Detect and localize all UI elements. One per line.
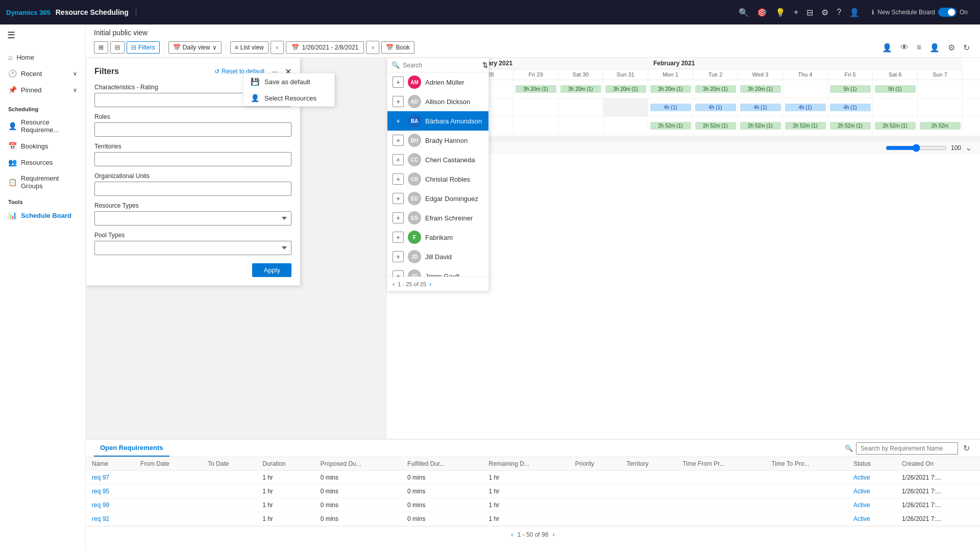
entry-cell[interactable]: 2h 52m (1) (873, 117, 918, 135)
booking-pill[interactable]: 5h (1) (875, 85, 916, 93)
eye-button[interactable]: 👁 (898, 42, 911, 53)
daily-view-button[interactable]: 📅 Daily view ∨ (168, 41, 222, 54)
date-range-button[interactable]: 📅 1/26/2021 - 2/8/2021 (286, 41, 364, 54)
refresh-button[interactable]: ↻ (961, 42, 972, 54)
profile-icon[interactable]: 👤 (849, 8, 860, 17)
refresh-req-button[interactable]: ↻ (961, 442, 972, 454)
booking-pill[interactable]: 4h (1) (695, 104, 736, 111)
booking-pill[interactable]: 3h 20m (1) (560, 85, 601, 93)
sidebar-item-bookings[interactable]: 📅 Bookings (0, 138, 85, 154)
list-item[interactable]: + AM Adrien Müller (387, 72, 488, 92)
add-person-button[interactable]: + (393, 232, 404, 243)
pool-types-select[interactable] (94, 241, 291, 255)
req-link[interactable]: req 99 (92, 502, 109, 509)
add-person-button[interactable]: + (393, 96, 404, 107)
add-icon[interactable]: + (794, 8, 798, 17)
entry-cell[interactable]: 5h (1) (828, 80, 873, 98)
expand-requirements-button[interactable]: ⌄ (965, 143, 972, 153)
entry-cell[interactable]: 3h 20m (1) (648, 80, 693, 98)
add-person-button[interactable]: + (393, 135, 404, 146)
booking-pill[interactable]: 2h 52m (1) (785, 122, 826, 130)
entry-cell[interactable]: 4h (1) (648, 98, 693, 116)
booking-pill[interactable]: 2h 52m (920, 122, 961, 130)
sidebar-item-home[interactable]: ⌂ Home (0, 49, 85, 65)
status-badge[interactable]: Active (853, 488, 870, 495)
list-view-button[interactable]: ≡ List view (230, 41, 268, 54)
status-badge[interactable]: Active (853, 515, 870, 522)
filters-button[interactable]: ⊟ Filters (127, 41, 160, 54)
booking-pill[interactable]: 2h 52m (1) (875, 122, 916, 130)
entry-cell[interactable]: 4h (1) (828, 98, 873, 116)
add-person-button[interactable]: + (393, 115, 404, 127)
entry-cell[interactable]: 3h 20m (1) (738, 80, 783, 98)
entry-cell[interactable]: 3h 20m (1) (693, 80, 738, 98)
sidebar-item-schedule-board[interactable]: 📊 Schedule Board (0, 207, 85, 223)
list-item[interactable]: + F Fabrikam (387, 228, 488, 247)
list-item[interactable]: + CC Cheri Castaneda (387, 150, 488, 169)
tab-open-requirements[interactable]: Open Requirements (94, 440, 169, 457)
add-person-button[interactable]: + (393, 212, 404, 223)
sidebar-item-recent[interactable]: 🕐 Recent ∨ (0, 65, 85, 82)
entry-cell[interactable]: 2h 52m (1) (693, 117, 738, 135)
next-page-button[interactable]: › (429, 280, 431, 288)
sidebar-item-req-groups[interactable]: 📋 Requirement Groups (0, 170, 85, 194)
requirements-search-input[interactable] (856, 442, 958, 455)
status-badge[interactable]: Active (853, 502, 870, 509)
lightbulb-icon[interactable]: 💡 (775, 8, 786, 17)
entry-cell[interactable]: 4h (1) (738, 98, 783, 116)
sidebar-item-resources[interactable]: 👥 Resources (0, 154, 85, 170)
filter-icon[interactable]: ⊟ (806, 8, 813, 17)
entry-cell[interactable]: 2h 52m (1) (828, 117, 873, 135)
entry-cell[interactable]: 4h (1) (783, 98, 828, 116)
user-config-button[interactable]: 👤 (927, 42, 942, 54)
booking-pill[interactable]: 3h 20m (1) (695, 85, 736, 93)
add-person-button[interactable]: + (393, 154, 404, 165)
select-resources-item[interactable]: 👤 Select Resources (243, 90, 334, 106)
rows-button[interactable]: ≡ (915, 42, 923, 53)
add-person-button[interactable]: + (393, 173, 404, 185)
territories-input[interactable] (94, 152, 291, 166)
booking-pill[interactable]: 4h (1) (785, 104, 826, 111)
org-units-input[interactable] (94, 182, 291, 196)
req-link[interactable]: req 97 (92, 474, 109, 481)
status-badge[interactable]: Active (853, 474, 870, 481)
booking-pill[interactable]: 3h 20m (1) (740, 85, 781, 93)
goal-icon[interactable]: 🎯 (757, 8, 767, 17)
resource-types-select[interactable] (94, 211, 291, 226)
list-item[interactable]: + BH Brady Hannon (387, 131, 488, 150)
next-req-page-button[interactable]: › (552, 531, 554, 538)
resource-view-button[interactable]: 👤 (880, 42, 894, 54)
toggle-switch[interactable] (938, 8, 957, 17)
entry-cell[interactable]: 2h 52m (918, 117, 963, 135)
split-view-button[interactable]: ⊟ (110, 41, 125, 54)
save-default-item[interactable]: 💾 Save as default (243, 73, 334, 90)
settings-icon[interactable]: ⚙ (821, 8, 828, 17)
entry-cell[interactable]: 2h 52m (1) (648, 117, 693, 135)
apply-button[interactable]: Apply (252, 263, 291, 277)
zoom-slider[interactable] (886, 144, 947, 152)
list-item[interactable]: + BA Bärbara Amundson (387, 111, 488, 131)
req-link[interactable]: req 95 (92, 488, 109, 495)
sidebar-item-pinned[interactable]: 📌 Pinned ∨ (0, 82, 85, 98)
booking-pill[interactable]: 4h (1) (830, 104, 871, 111)
booking-pill[interactable]: 2h 52m (1) (740, 122, 781, 130)
add-person-button[interactable]: + (393, 251, 404, 262)
entry-cell[interactable]: 5h (1) (873, 80, 918, 98)
entry-cell[interactable]: 2h 52m (1) (783, 117, 828, 135)
hamburger-menu[interactable]: ☰ (0, 24, 85, 46)
booking-pill[interactable]: 4h (1) (650, 104, 691, 111)
booking-pill[interactable]: 5h (1) (830, 85, 871, 93)
prev-req-page-button[interactable]: ‹ (511, 531, 513, 538)
sidebar-item-resource-req[interactable]: 👤 Resource Requireme... (0, 114, 85, 138)
help-icon[interactable]: ? (837, 8, 841, 17)
add-person-button[interactable]: + (393, 193, 404, 204)
booking-pill[interactable]: 3h 20m (1) (605, 85, 646, 93)
add-person-button[interactable]: + (393, 77, 404, 88)
book-button[interactable]: 📅 Book (381, 41, 414, 54)
list-item[interactable]: + JG Jorge Gault (387, 266, 488, 277)
booking-pill[interactable]: 4h (1) (740, 104, 781, 111)
settings-button[interactable]: ⚙ (946, 42, 957, 54)
entry-cell[interactable]: 2h 52m (1) (738, 117, 783, 135)
entry-cell[interactable]: 4h (1) (693, 98, 738, 116)
entry-cell[interactable]: 3h 20m (1) (603, 80, 648, 98)
